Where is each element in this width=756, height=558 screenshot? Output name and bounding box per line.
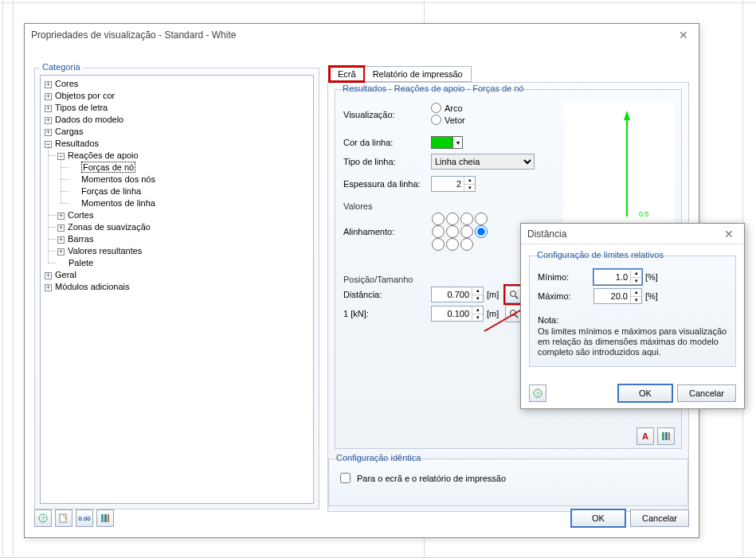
sub-cancel-button[interactable]: Cancelar [677, 384, 736, 402]
distance-spinner[interactable]: ▴▾ [431, 287, 484, 302]
tree-item-barras[interactable]: Barras [68, 234, 93, 244]
svg-rect-7 [662, 432, 664, 440]
svg-line-3 [515, 315, 518, 318]
tree-item-objetos[interactable]: Objetos por cor [55, 91, 115, 100]
svg-text:0.5: 0.5 [639, 210, 649, 218]
distance-dialog-title: Distância [527, 228, 720, 240]
color-label: Cor da linha: [343, 138, 431, 147]
align-label: Alinhamento: [343, 227, 431, 236]
same-config-title: Configuração idêntica [334, 453, 423, 462]
columns2-button[interactable] [96, 509, 114, 527]
columns-icon [661, 431, 671, 441]
magnifier-icon [509, 309, 519, 318]
svg-rect-14 [101, 514, 104, 522]
min-label: Mínimo: [538, 272, 593, 282]
unit-m2: [m] [487, 309, 499, 318]
same-config-group: Configuração idêntica Para o ecrã e o re… [328, 458, 688, 506]
dialog-title: Propriedades de visualização - Standard … [31, 29, 675, 41]
sub-help-button[interactable]: ? [529, 384, 546, 402]
tree-item-cargas[interactable]: Cargas [55, 127, 83, 136]
tree-item-dados[interactable]: Dados do modelo [55, 115, 123, 124]
title-bar: Propriedades de visualização - Standard … [25, 24, 699, 46]
linetype-select[interactable]: Linha cheia [431, 154, 535, 170]
help-button[interactable]: ? [34, 509, 52, 527]
percent1: [%] [645, 272, 658, 282]
alignment-grid[interactable] [431, 213, 488, 251]
relative-limits-group: Configuração de limites relativos Mínimo… [529, 256, 736, 367]
tree-item-tipos[interactable]: Tipos de letra [55, 103, 108, 112]
svg-point-2 [511, 310, 516, 316]
category-label: Categoria [40, 62, 83, 72]
thickness-label: Espessura da linha: [343, 179, 431, 189]
relative-limits-title: Configuração de limites relativos [535, 250, 666, 259]
columns-button[interactable] [657, 427, 675, 445]
category-tree[interactable]: +Cores +Objetos por cor +Tipos de letra … [40, 75, 314, 504]
radio-vetor[interactable]: Vetor [431, 115, 465, 125]
svg-rect-9 [668, 432, 670, 440]
tab-relatorio[interactable]: Relatório de impressão [365, 66, 472, 82]
kn-spinner[interactable]: ▴▾ [431, 306, 484, 322]
dialog-footer: ? 0.00 OK Cancelar [34, 507, 689, 529]
magnifier-icon [509, 290, 519, 299]
tree-item-modulos[interactable]: Módulos adicionais [55, 282, 130, 291]
tree-item-cortes[interactable]: Cortes [68, 210, 93, 220]
edit-button[interactable] [55, 509, 72, 527]
sub-ok-button[interactable]: OK [618, 384, 672, 402]
svg-text:?: ? [41, 515, 45, 522]
ok-button[interactable]: OK [571, 509, 625, 527]
svg-rect-15 [104, 514, 107, 522]
max-label: Máximo: [538, 291, 593, 301]
color-picker[interactable]: ▾ [431, 136, 463, 149]
tree-item-valores[interactable]: Valores resultantes [68, 246, 142, 256]
kn-label: 1 [kN]: [343, 309, 431, 318]
note-heading: Nota: [538, 315, 727, 325]
values-heading: Valores [343, 201, 543, 211]
svg-rect-8 [665, 432, 668, 440]
help-icon: ? [38, 513, 48, 523]
svg-text:?: ? [536, 390, 540, 397]
tree-item-zonas[interactable]: Zonas de suavização [68, 222, 151, 232]
percent2: [%] [645, 291, 658, 301]
cancel-button[interactable]: Cancelar [630, 509, 689, 527]
tree-item-geral[interactable]: Geral [55, 270, 76, 279]
svg-line-1 [515, 296, 518, 299]
tree-item-forcas-no[interactable]: Forças de nó [81, 162, 135, 173]
distance-dialog: Distância ✕ Configuração de limites rela… [520, 223, 745, 409]
max-spinner[interactable]: ▴▾ [593, 288, 642, 304]
values-button[interactable]: 0.00 [76, 509, 93, 527]
tree-item-momentos-nos[interactable]: Momentos dos nós [81, 174, 155, 184]
svg-point-0 [511, 291, 516, 297]
min-spinner[interactable]: ▴▾ [593, 269, 642, 285]
same-config-checkbox[interactable]: Para o ecrã e o relatório de impressão [337, 470, 506, 486]
tree-item-palete[interactable]: Palete [69, 258, 93, 267]
svg-rect-16 [108, 514, 109, 522]
help-icon: ? [533, 388, 543, 398]
close-icon[interactable]: ✕ [720, 225, 738, 243]
close-icon[interactable]: ✕ [675, 26, 692, 44]
distance-label: Distância: [343, 290, 431, 299]
viz-label: Visualização: [343, 110, 431, 119]
tree-item-reacoes[interactable]: Reações de apoio [68, 150, 139, 160]
tree-item-resultados[interactable]: Resultados [55, 139, 99, 148]
category-group: Categoria +Cores +Objetos por cor +Tipos… [34, 68, 319, 509]
note-body: Os limites mínimos e máximos para visual… [538, 326, 727, 357]
svg-marker-5 [624, 111, 630, 120]
linetype-label: Tipo de linha: [343, 157, 431, 166]
font-button[interactable]: A [637, 427, 654, 445]
pos-heading: Posição/Tamanho [343, 275, 543, 284]
thickness-spinner[interactable]: ▴▾ [431, 176, 476, 192]
radio-arco[interactable]: Arco [431, 103, 463, 113]
columns-icon [100, 513, 110, 523]
tree-item-momentos-linha[interactable]: Momentos de linha [81, 198, 155, 208]
pencil-icon [59, 513, 69, 523]
unit-m1: [m] [487, 290, 499, 299]
tree-item-forcas-linha[interactable]: Forças de linha [81, 186, 141, 196]
results-title: Resultados - Reações de apoio - Forças d… [340, 84, 526, 93]
tree-item-cores[interactable]: Cores [55, 79, 78, 88]
tab-ecra[interactable]: Ecrã [329, 66, 365, 82]
